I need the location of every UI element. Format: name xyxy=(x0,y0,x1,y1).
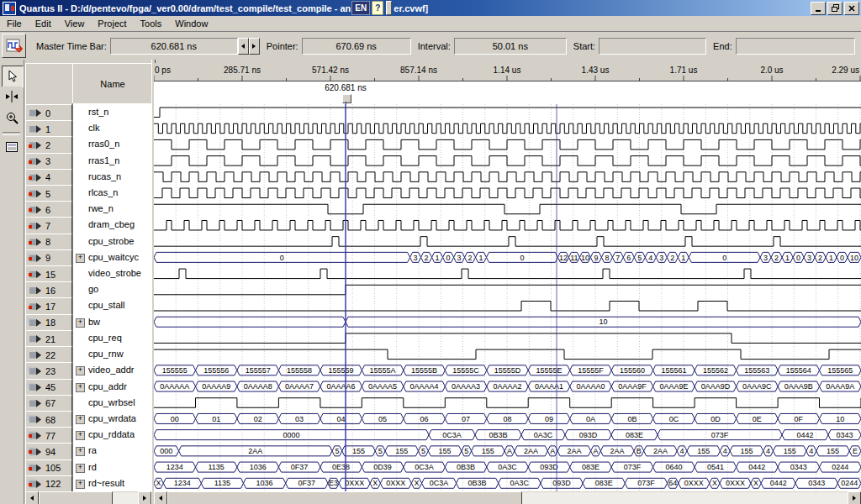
signal-id-button[interactable]: 18 xyxy=(25,314,72,332)
signal-name-cell[interactable]: rlcas_n xyxy=(72,185,151,201)
signal-name-cell[interactable]: go xyxy=(72,281,151,297)
signal-name[interactable]: rucas_n xyxy=(88,171,121,181)
signal-name[interactable]: rst_n xyxy=(88,107,108,117)
fullscreen-tool-button[interactable] xyxy=(2,137,22,157)
menu-item-view[interactable]: View xyxy=(58,17,92,30)
signal-name-cell[interactable]: rucas_n xyxy=(72,169,151,185)
time-ruler[interactable]: 0 ps285.71 ns571.42 ns857.14 ns1.14 us1.… xyxy=(154,63,861,81)
scroll-right-icon[interactable] xyxy=(848,491,861,504)
signal-name-cell[interactable]: dram_cbeg xyxy=(72,217,151,233)
signal-id-button[interactable]: 16 xyxy=(25,281,72,299)
signal-id-button[interactable]: 4 xyxy=(25,169,72,186)
close-button[interactable] xyxy=(844,2,859,15)
signal-name-cell[interactable]: +cpu_addr xyxy=(72,379,151,395)
signal-name[interactable]: rras1_n xyxy=(88,155,119,165)
signal-id-button[interactable]: 6 xyxy=(25,201,72,218)
signal-id-button[interactable]: 94 xyxy=(25,443,72,460)
signal-name-cell[interactable]: +rd xyxy=(72,459,151,475)
signal-name[interactable]: ra xyxy=(88,445,97,455)
expand-plus-icon[interactable]: + xyxy=(76,480,85,489)
signal-name[interactable]: video_strobe xyxy=(88,268,141,278)
signal-id-button[interactable]: 23 xyxy=(25,362,72,380)
signal-name[interactable]: video_addr xyxy=(88,365,134,375)
signal-id-button[interactable]: 15 xyxy=(25,265,72,283)
signal-id-button[interactable]: 1 xyxy=(25,120,72,138)
restore-button[interactable] xyxy=(827,2,843,15)
signal-name[interactable]: dram_cbeg xyxy=(88,219,135,229)
expand-plus-icon[interactable]: + xyxy=(76,464,85,473)
master-time-increment-button[interactable] xyxy=(249,38,260,55)
expand-plus-icon[interactable]: + xyxy=(76,431,85,440)
menu-item-file[interactable]: File xyxy=(0,17,29,30)
signal-name-cell[interactable]: +cpu_rddata xyxy=(72,427,151,443)
expand-plus-icon[interactable]: + xyxy=(76,415,85,424)
master-time-bar-field[interactable]: 620.681 ns xyxy=(110,38,238,55)
signal-name-cell[interactable]: cpu_wrbsel xyxy=(72,395,151,411)
signal-name[interactable]: cpu_rnw xyxy=(88,349,124,359)
signal-name[interactable]: rlcas_n xyxy=(88,187,118,197)
signal-name-cell[interactable]: rst_n xyxy=(72,104,151,120)
signal-id-button[interactable]: 105 xyxy=(25,459,72,477)
signal-id-button[interactable]: 9 xyxy=(25,249,72,267)
scrollbar-thumb[interactable] xyxy=(39,491,113,504)
signal-name[interactable]: go xyxy=(88,284,98,294)
signal-id-button[interactable]: 21 xyxy=(25,330,72,348)
signal-name-cell[interactable]: +bw xyxy=(72,314,151,330)
signal-id-button[interactable]: 122 xyxy=(25,475,72,493)
signal-id-button[interactable]: 68 xyxy=(25,411,72,428)
signal-name-cell[interactable]: cpu_rnw xyxy=(72,346,151,362)
signal-name-cell[interactable]: +cpu_waitcyc xyxy=(72,249,151,265)
signal-name[interactable]: rd~result xyxy=(88,478,124,488)
signal-name-cell[interactable]: clk xyxy=(72,120,151,136)
signal-name-cell[interactable]: cpu_stall xyxy=(72,297,151,313)
end-field[interactable] xyxy=(736,38,855,55)
signal-name-cell[interactable]: +rd~result xyxy=(72,475,151,491)
signal-name[interactable]: rras0_n xyxy=(88,139,119,149)
signal-name[interactable]: cpu_wrdata xyxy=(88,413,136,423)
waveform-svg[interactable]: 0321032101211109876543210321032101010155… xyxy=(154,104,861,491)
signal-name[interactable]: cpu_stall xyxy=(88,300,124,310)
signal-id-button[interactable]: 22 xyxy=(25,346,72,364)
language-indicator[interactable]: EN xyxy=(351,1,370,15)
signal-name-cell[interactable]: +video_addr xyxy=(72,362,151,378)
scroll-right-icon[interactable] xyxy=(138,491,151,504)
signal-id-button[interactable]: 7 xyxy=(25,217,72,234)
scroll-left-icon[interactable] xyxy=(25,491,39,504)
signal-id-button[interactable]: 17 xyxy=(25,297,72,315)
expand-plus-icon[interactable]: + xyxy=(76,366,85,375)
expand-plus-icon[interactable]: + xyxy=(76,447,85,456)
signal-name-cell[interactable]: cpu_req xyxy=(72,330,151,346)
expand-plus-icon[interactable]: + xyxy=(76,254,85,263)
signal-name[interactable]: cpu_req xyxy=(88,333,122,343)
menu-item-tools[interactable]: Tools xyxy=(134,17,169,30)
waveform-export-button[interactable] xyxy=(2,34,26,58)
menu-item-window[interactable]: Window xyxy=(168,17,214,30)
wave-panel-hscrollbar[interactable] xyxy=(154,492,861,504)
minimize-button[interactable] xyxy=(811,2,826,15)
signal-name[interactable]: rd xyxy=(88,462,97,472)
menu-item-project[interactable]: Project xyxy=(91,17,133,30)
start-field[interactable] xyxy=(599,38,706,55)
signal-name-cell[interactable]: rras1_n xyxy=(72,153,151,169)
signal-id-button[interactable]: 3 xyxy=(25,153,72,171)
signal-id-button[interactable]: 2 xyxy=(25,136,72,154)
signal-name[interactable]: bw xyxy=(88,317,100,327)
waveform-canvas[interactable]: 0321032101211109876543210321032101010155… xyxy=(154,81,861,491)
signal-id-button[interactable]: 5 xyxy=(25,185,72,202)
zoom-tool-button[interactable] xyxy=(2,108,22,128)
signal-id-button[interactable]: 45 xyxy=(25,379,72,396)
signal-name[interactable]: cpu_strobe xyxy=(88,236,134,246)
name-panel-hscrollbar[interactable] xyxy=(25,492,151,504)
signal-name[interactable]: cpu_rddata xyxy=(88,429,135,439)
signal-name[interactable]: cpu_addr xyxy=(88,381,127,391)
pointer-tool-button[interactable] xyxy=(2,66,24,87)
signal-name-cell[interactable]: video_strobe xyxy=(72,265,151,281)
signal-name-cell[interactable]: rwe_n xyxy=(72,201,151,217)
expand-plus-icon[interactable]: + xyxy=(76,318,85,328)
time-bar-handle[interactable] xyxy=(342,94,351,103)
signal-id-button[interactable]: 0 xyxy=(25,104,72,122)
time-bar-tool-button[interactable] xyxy=(2,87,22,107)
signal-name-cell[interactable]: cpu_strobe xyxy=(72,234,151,249)
signal-id-button[interactable]: 77 xyxy=(25,427,72,444)
expand-plus-icon[interactable]: + xyxy=(76,383,85,392)
